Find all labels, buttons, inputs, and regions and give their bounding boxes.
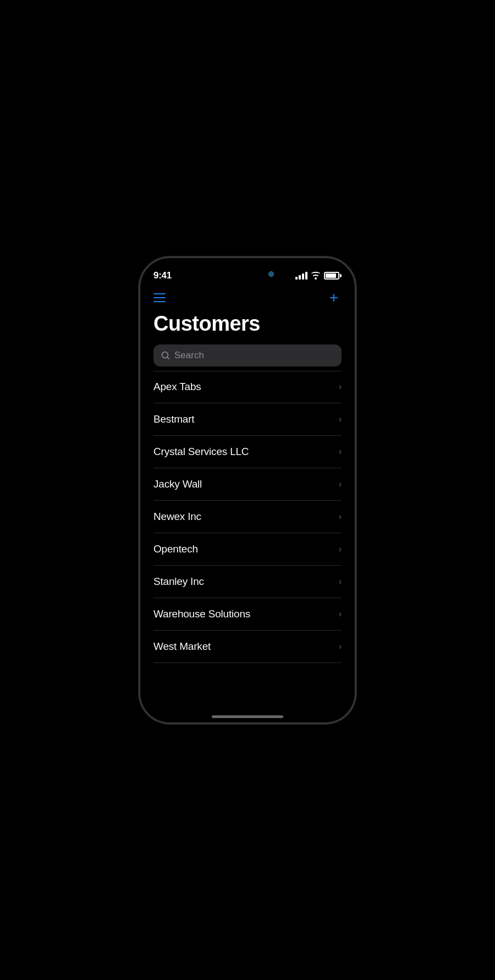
list-item[interactable]: Crystal Services LLC› [153, 436, 342, 468]
customer-name: Warehouse Solutions [153, 608, 250, 620]
status-icons [295, 272, 342, 280]
customer-name: Opentech [153, 543, 198, 555]
chevron-right-icon: › [339, 609, 342, 619]
battery-body [324, 272, 339, 280]
signal-icon [295, 272, 307, 280]
list-item[interactable]: Bestmart› [153, 403, 342, 436]
chevron-right-icon: › [339, 642, 342, 651]
chevron-right-icon: › [339, 479, 342, 489]
signal-bar-3 [302, 273, 304, 280]
list-item[interactable]: Jacky Wall› [153, 468, 342, 501]
battery-icon [324, 272, 342, 280]
customer-list: Apex Tabs›Bestmart›Crystal Services LLC›… [153, 371, 342, 663]
dynamic-island [215, 265, 280, 283]
wifi-arc-outer [311, 272, 320, 273]
list-item[interactable]: Opentech› [153, 533, 342, 566]
list-item[interactable]: Warehouse Solutions› [153, 598, 342, 631]
nav-header: + [153, 286, 342, 308]
chevron-right-icon: › [339, 414, 342, 424]
customer-name: Apex Tabs [153, 381, 201, 393]
home-indicator [212, 715, 283, 718]
signal-bar-1 [295, 277, 298, 280]
status-time: 9:41 [153, 270, 172, 281]
chevron-right-icon: › [339, 512, 342, 522]
chevron-right-icon: › [339, 577, 342, 587]
chevron-right-icon: › [339, 544, 342, 554]
signal-bar-4 [305, 272, 307, 280]
menu-line-2 [153, 297, 166, 298]
wifi-arc-middle [313, 275, 318, 276]
search-input[interactable] [174, 350, 334, 361]
page-title: Customers [153, 312, 342, 336]
list-item[interactable]: Newex Inc› [153, 501, 342, 533]
search-icon [161, 351, 170, 360]
menu-line-1 [153, 293, 166, 294]
phone-frame: 9:41 [140, 258, 355, 722]
chevron-right-icon: › [339, 447, 342, 457]
phone-screen: 9:41 [140, 258, 355, 722]
wifi-icon [311, 272, 321, 280]
battery-tip [340, 274, 342, 277]
customer-name: Crystal Services LLC [153, 446, 249, 458]
wifi-arc-inner [315, 277, 317, 280]
main-content: + Customers Apex Tabs›Bestmart›Crystal S… [140, 286, 355, 704]
customer-name: Newex Inc [153, 511, 201, 523]
signal-bar-2 [299, 275, 301, 280]
dynamic-island-camera [268, 271, 274, 277]
svg-line-1 [167, 357, 169, 359]
search-container [153, 344, 342, 366]
chevron-right-icon: › [339, 382, 342, 392]
list-item[interactable]: West Market› [153, 631, 342, 663]
customer-name: West Market [153, 640, 211, 653]
customer-name: Stanley Inc [153, 576, 204, 588]
customer-name: Jacky Wall [153, 478, 202, 490]
menu-button[interactable] [153, 293, 166, 302]
search-input-wrapper[interactable] [153, 344, 342, 366]
customer-name: Bestmart [153, 413, 194, 425]
menu-line-3 [153, 301, 166, 302]
battery-fill [326, 273, 336, 278]
list-item[interactable]: Stanley Inc› [153, 566, 342, 598]
list-item[interactable]: Apex Tabs› [153, 371, 342, 403]
add-customer-button[interactable]: + [326, 290, 342, 305]
